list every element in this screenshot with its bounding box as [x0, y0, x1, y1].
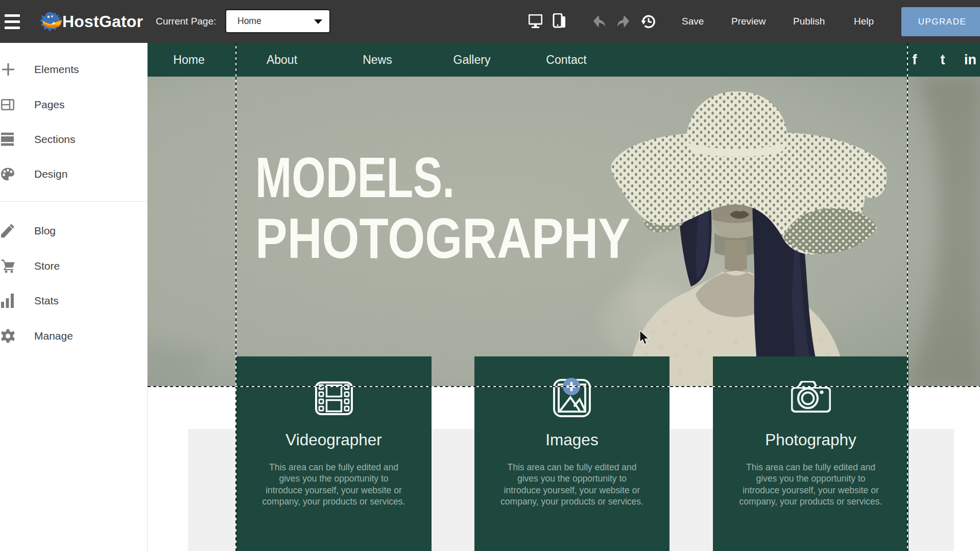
svg-text:PHOTOGRAPHY: PHOTOGRAPHY — [255, 207, 630, 270]
svg-text:MODELS.: MODELS. — [255, 146, 455, 209]
